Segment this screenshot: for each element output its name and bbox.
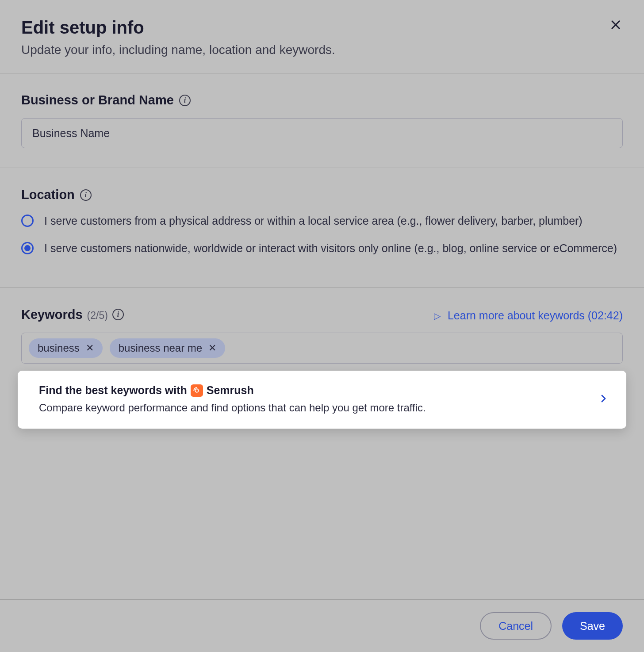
radio-local-label[interactable]: I serve customers from a physical addres… — [44, 213, 583, 229]
promo-title: Find the best keywords with Semrush — [39, 384, 587, 397]
play-icon: ▷ — [434, 311, 441, 321]
learn-more-text: Learn more about keywords (02:42) — [448, 309, 623, 322]
edit-setup-modal: Edit setup info Update your info, includ… — [0, 0, 644, 652]
promo-text: Find the best keywords with Semrush Comp… — [39, 384, 587, 415]
modal-footer: Cancel Save — [0, 599, 644, 652]
info-icon[interactable]: i — [112, 309, 124, 320]
promo-title-prefix: Find the best keywords with — [39, 384, 187, 397]
keyword-chip: business near me ✕ — [110, 338, 225, 358]
business-name-input[interactable] — [21, 118, 623, 148]
location-option-online: I serve customers nationwide, worldwide … — [21, 240, 623, 256]
info-icon[interactable]: i — [179, 95, 191, 106]
semrush-promo-card[interactable]: Find the best keywords with Semrush Comp… — [18, 371, 626, 429]
keywords-section: Keywords (2/5) i ▷ Learn more about keyw… — [0, 288, 644, 448]
promo-desc: Compare keyword performance and find opt… — [39, 400, 587, 415]
business-section: Business or Brand Name i — [0, 73, 644, 168]
location-label-row: Location i — [21, 188, 623, 202]
cancel-button[interactable]: Cancel — [480, 612, 552, 640]
save-button[interactable]: Save — [562, 612, 623, 640]
promo-wrap: Find the best keywords with Semrush Comp… — [18, 371, 626, 429]
close-button[interactable] — [607, 16, 625, 34]
modal-subtitle: Update your info, including name, locati… — [21, 43, 623, 57]
keywords-count: (2/5) — [87, 310, 108, 322]
learn-more-link[interactable]: ▷ Learn more about keywords (02:42) — [434, 309, 623, 322]
radio-online[interactable] — [21, 242, 34, 254]
keywords-label: Keywords — [21, 307, 83, 322]
semrush-logo-icon — [191, 384, 203, 397]
chevron-right-icon — [598, 390, 609, 409]
chip-remove-icon[interactable]: ✕ — [208, 342, 216, 354]
chip-label: business near me — [119, 342, 202, 354]
radio-online-label[interactable]: I serve customers nationwide, worldwide … — [44, 240, 617, 256]
location-label: Location — [21, 188, 75, 202]
location-option-local: I serve customers from a physical addres… — [21, 213, 623, 229]
chip-label: business — [38, 342, 80, 354]
modal-header: Edit setup info Update your info, includ… — [0, 0, 644, 73]
location-section: Location i I serve customers from a phys… — [0, 168, 644, 288]
info-icon[interactable]: i — [80, 189, 92, 201]
business-label-row: Business or Brand Name i — [21, 93, 623, 107]
promo-brand: Semrush — [207, 384, 254, 397]
keywords-input[interactable]: business ✕ business near me ✕ — [21, 333, 623, 364]
radio-local[interactable] — [21, 215, 34, 227]
svg-point-2 — [195, 389, 199, 392]
business-label: Business or Brand Name — [21, 93, 174, 107]
close-icon — [610, 19, 622, 31]
keywords-title-wrap: Keywords (2/5) i — [21, 307, 124, 322]
keyword-chip: business ✕ — [29, 338, 103, 358]
modal-title: Edit setup info — [21, 18, 623, 38]
chip-remove-icon[interactable]: ✕ — [86, 342, 94, 354]
keywords-header: Keywords (2/5) i ▷ Learn more about keyw… — [21, 307, 623, 322]
